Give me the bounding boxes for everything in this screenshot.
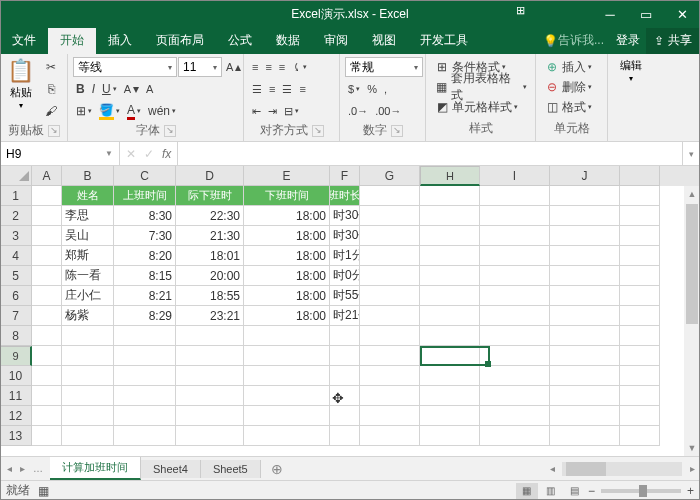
col-header-D[interactable]: D [176, 166, 244, 186]
italic-button[interactable]: I [89, 79, 98, 99]
align-bottom-button[interactable]: ≡ [276, 57, 288, 77]
cell[interactable] [550, 286, 620, 306]
col-header-G[interactable]: G [360, 166, 420, 186]
tab-view[interactable]: 视图 [360, 27, 408, 54]
cell[interactable] [550, 326, 620, 346]
close-button[interactable]: ✕ [664, 0, 700, 28]
tab-data[interactable]: 数据 [264, 27, 312, 54]
increase-font-button-2[interactable]: A [143, 79, 156, 99]
cell[interactable] [176, 406, 244, 426]
cell[interactable] [330, 326, 360, 346]
cell[interactable]: 时0分钟 [330, 266, 360, 286]
cell[interactable] [244, 326, 330, 346]
cell[interactable]: 18:00 [244, 266, 330, 286]
format-painter-button[interactable]: 🖌 [40, 101, 62, 121]
cell[interactable] [244, 346, 330, 366]
delete-cells-button[interactable]: ⊖删除▾ [541, 77, 602, 97]
cell[interactable] [360, 286, 420, 306]
cell[interactable]: 20:00 [176, 266, 244, 286]
bold-button[interactable]: B [73, 79, 88, 99]
cell[interactable] [330, 426, 360, 446]
cell[interactable] [114, 366, 176, 386]
cell[interactable] [480, 426, 550, 446]
cell[interactable] [114, 346, 176, 366]
col-header-E[interactable]: E [244, 166, 330, 186]
login-button[interactable]: 登录 [610, 32, 646, 49]
cell[interactable]: 8:15 [114, 266, 176, 286]
cell[interactable] [620, 346, 660, 366]
cell[interactable] [620, 246, 660, 266]
cell[interactable] [620, 426, 660, 446]
cell[interactable]: 21:30 [176, 226, 244, 246]
cell[interactable]: 吴山 [62, 226, 114, 246]
cell[interactable] [32, 306, 62, 326]
zoom-in-button[interactable]: + [687, 484, 694, 498]
all-sheets-icon[interactable]: … [30, 463, 46, 474]
dialog-launcher-icon[interactable]: ↘ [391, 125, 403, 137]
cell[interactable] [62, 386, 114, 406]
cell[interactable] [114, 386, 176, 406]
paste-button[interactable]: 📋 粘贴 ▾ [4, 56, 37, 112]
cell[interactable] [550, 266, 620, 286]
cell[interactable] [32, 426, 62, 446]
cell[interactable] [32, 406, 62, 426]
tab-file[interactable]: 文件 [0, 27, 48, 54]
cell[interactable] [480, 326, 550, 346]
cell[interactable] [420, 366, 480, 386]
row-header-13[interactable]: 13 [0, 426, 32, 446]
cell[interactable] [360, 346, 420, 366]
cell[interactable] [32, 386, 62, 406]
cell[interactable]: 18:55 [176, 286, 244, 306]
cell[interactable] [32, 186, 62, 206]
cell[interactable]: 18:00 [244, 246, 330, 266]
format-cells-button[interactable]: ◫格式▾ [541, 97, 602, 117]
cell[interactable] [480, 186, 550, 206]
row-header-2[interactable]: 2 [0, 206, 32, 226]
cell[interactable] [620, 286, 660, 306]
font-name-select[interactable]: 等线▾ [73, 57, 177, 77]
cell[interactable]: 18:01 [176, 246, 244, 266]
cell[interactable]: 时21分钟 [330, 306, 360, 326]
cell[interactable] [420, 286, 480, 306]
cell[interactable]: 时1分钟 [330, 246, 360, 266]
cell[interactable]: 22:30 [176, 206, 244, 226]
cell[interactable] [480, 386, 550, 406]
col-header-F[interactable]: F [330, 166, 360, 186]
name-box[interactable]: H9▼ [0, 142, 120, 165]
cell[interactable] [480, 366, 550, 386]
cell[interactable] [62, 406, 114, 426]
increase-decimal-button[interactable]: .0→ [345, 101, 371, 121]
decrease-indent-button[interactable]: ⇤ [249, 101, 264, 121]
cell[interactable] [480, 266, 550, 286]
decrease-decimal-button[interactable]: .00→ [372, 101, 404, 121]
share-button[interactable]: ⇪共享 [646, 27, 700, 54]
cell[interactable] [620, 386, 660, 406]
merge-button[interactable]: ⊟▾ [281, 101, 302, 121]
col-header-I[interactable]: I [480, 166, 550, 186]
row-header-9[interactable]: 9 [0, 346, 32, 366]
orientation-button[interactable]: ⤹▾ [289, 57, 310, 77]
cell[interactable]: 8:20 [114, 246, 176, 266]
cell[interactable] [620, 366, 660, 386]
col-header-B[interactable]: B [62, 166, 114, 186]
row-header-11[interactable]: 11 [0, 386, 32, 406]
cell[interactable] [420, 306, 480, 326]
row-header-5[interactable]: 5 [0, 266, 32, 286]
cell[interactable] [550, 426, 620, 446]
cell[interactable] [62, 366, 114, 386]
cell-styles-button[interactable]: ◩单元格样式▾ [431, 97, 530, 117]
cell[interactable] [360, 426, 420, 446]
cell[interactable] [360, 266, 420, 286]
col-header-A[interactable]: A [32, 166, 62, 186]
cell[interactable] [620, 306, 660, 326]
align-center-button[interactable]: ≡ [266, 79, 278, 99]
dialog-launcher-icon[interactable]: ↘ [312, 125, 324, 137]
cell[interactable]: 班时长 [330, 186, 360, 206]
cell[interactable]: 23:21 [176, 306, 244, 326]
cell[interactable]: 下班时间 [244, 186, 330, 206]
cell[interactable] [114, 326, 176, 346]
cell[interactable] [176, 346, 244, 366]
cell[interactable] [420, 406, 480, 426]
cell[interactable] [620, 226, 660, 246]
cell[interactable] [550, 246, 620, 266]
